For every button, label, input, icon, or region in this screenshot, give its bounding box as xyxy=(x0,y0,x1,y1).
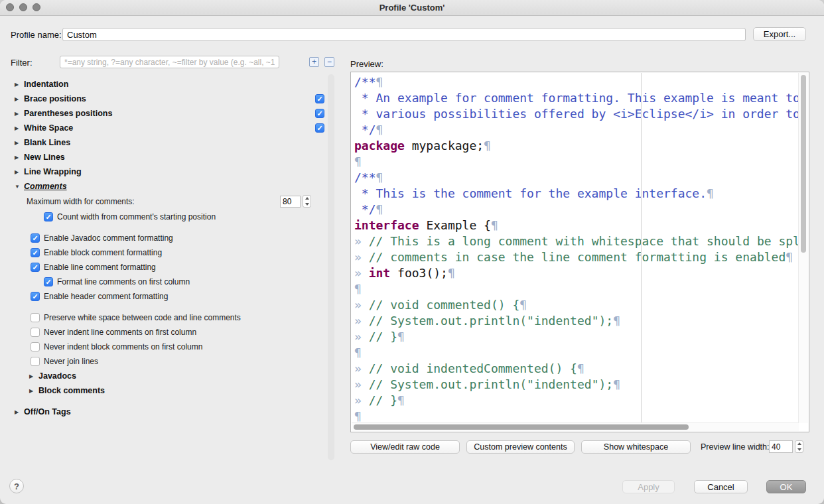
tree-group-label: Block comments xyxy=(38,386,105,395)
checkbox-checked[interactable]: ✓ xyxy=(44,277,53,286)
checkbox-unchecked[interactable] xyxy=(31,313,40,322)
horizontal-scrollbar[interactable] xyxy=(352,422,799,431)
checkbox-checked[interactable]: ✓ xyxy=(44,212,53,221)
expand-all-icon[interactable]: + xyxy=(309,57,319,67)
apply-button: Apply xyxy=(622,480,675,493)
checkmark-icon: ✓ xyxy=(316,94,324,102)
checkbox-unchecked[interactable] xyxy=(31,328,40,337)
checkbox-checked[interactable]: ✓ xyxy=(31,233,40,243)
checkbox-label: Count width from comment's starting posi… xyxy=(57,212,216,221)
checkbox-label: Enable block comment formatting xyxy=(44,248,162,257)
stepper-up-icon[interactable] xyxy=(795,441,803,447)
tree-row-enable-block-comment-formatting[interactable]: ✓Enable block comment formatting xyxy=(8,245,326,260)
disclosure-collapsed-icon[interactable]: ▶ xyxy=(29,384,38,399)
disclosure-collapsed-icon[interactable]: ▶ xyxy=(15,107,24,121)
profile-name-input[interactable] xyxy=(62,28,746,41)
checkbox-checked[interactable]: ✓ xyxy=(31,263,40,272)
stepper-up-icon[interactable] xyxy=(303,196,310,202)
disclosure-collapsed-icon[interactable]: ▶ xyxy=(15,92,24,107)
disclosure-collapsed-icon[interactable]: ▶ xyxy=(15,78,24,92)
close-button[interactable] xyxy=(6,3,14,11)
filter-input[interactable] xyxy=(60,56,279,68)
disclosure-collapsed-icon[interactable]: ▶ xyxy=(15,151,24,165)
disclosure-collapsed-icon[interactable]: ▶ xyxy=(15,121,24,136)
tree-row-parentheses-positions[interactable]: ▶Parentheses positions✓ xyxy=(8,106,326,121)
tree-group-label: Blank Lines xyxy=(24,138,70,147)
tree-row-never-join-lines[interactable]: Never join lines xyxy=(8,354,326,369)
checkbox-label: Enable line comment formatting xyxy=(44,263,156,272)
checkmark-icon: ✓ xyxy=(44,212,52,220)
minimize-button[interactable] xyxy=(19,3,27,11)
options-tree: ▶Indentation▶Brace positions✓▶Parenthese… xyxy=(8,77,326,419)
checkbox-label: Enable header comment formatting xyxy=(44,292,168,301)
max-width-input[interactable] xyxy=(280,196,301,208)
tree-row-indentation[interactable]: ▶Indentation xyxy=(8,77,326,92)
code-line: * various possibilities offered by <i>Ec… xyxy=(354,106,799,122)
vertical-scrollbar[interactable] xyxy=(798,73,808,423)
export-button[interactable]: Export... xyxy=(753,27,806,41)
tree-row-off-on-tags[interactable]: ▶Off/On Tags xyxy=(8,405,326,419)
tree-row-line-wrapping[interactable]: ▶Line Wrapping xyxy=(8,164,326,179)
tree-row-blank-lines[interactable]: ▶Blank Lines xyxy=(8,135,326,150)
checkmark-icon: ✓ xyxy=(316,109,324,117)
view-edit-raw-code-button[interactable]: View/edit raw code xyxy=(350,440,460,454)
collapse-all-icon[interactable]: − xyxy=(324,57,334,67)
preview-line-width-stepper[interactable] xyxy=(795,440,803,453)
show-whitespace-button[interactable]: Show whitespace xyxy=(581,440,691,454)
tree-row-enable-javadoc-comment-formatting[interactable]: ✓Enable Javadoc comment formatting xyxy=(8,231,326,245)
zoom-button[interactable] xyxy=(33,3,40,11)
stepper-down-icon[interactable] xyxy=(795,447,803,453)
tree-row-brace-positions[interactable]: ▶Brace positions✓ xyxy=(8,92,326,106)
max-width-stepper[interactable] xyxy=(303,195,311,208)
help-button[interactable]: ? xyxy=(9,479,24,493)
tree-row-preserve-white-space-between-code-and-line-comments[interactable]: Preserve white space between code and li… xyxy=(8,310,326,325)
modify-all-checkbox[interactable]: ✓ xyxy=(315,109,324,118)
code-line: */¶ xyxy=(354,122,799,138)
code-line: package mypackage;¶ xyxy=(354,138,799,154)
checkbox-unchecked[interactable] xyxy=(31,357,40,366)
checkbox-checked[interactable]: ✓ xyxy=(31,292,40,301)
code-line: » // System.out.println("indented");¶ xyxy=(354,377,799,393)
checkmark-icon: ✓ xyxy=(44,277,52,285)
horizontal-scrollbar-thumb[interactable] xyxy=(354,424,689,430)
modify-all-checkbox[interactable]: ✓ xyxy=(315,94,324,103)
profile-dialog: Profile 'Custom' Profile name: Export...… xyxy=(0,0,824,504)
disclosure-expanded-icon[interactable]: ▼ xyxy=(15,180,24,194)
tree-row-maximum-width-for-comments[interactable]: Maximum width for comments: xyxy=(8,194,326,210)
tree-row-enable-header-comment-formatting[interactable]: ✓Enable header comment formatting xyxy=(8,289,326,304)
tree-row-format-line-comments-on-first-column[interactable]: ✓Format line comments on first column xyxy=(8,275,326,289)
checkbox-label: Never indent block comments on first col… xyxy=(44,342,202,351)
disclosure-collapsed-icon[interactable]: ▶ xyxy=(15,165,24,180)
code-line: » // System.out.println("indented");¶ xyxy=(354,313,799,329)
checkbox-unchecked[interactable] xyxy=(31,342,40,351)
modify-all-checkbox[interactable]: ✓ xyxy=(315,123,324,133)
preview-line-width-input[interactable] xyxy=(769,440,793,453)
disclosure-collapsed-icon[interactable]: ▶ xyxy=(15,136,24,151)
tree-row-block-comments[interactable]: ▶Block comments xyxy=(8,383,326,398)
checkmark-icon: ✓ xyxy=(31,263,39,271)
tree-row-count-width-from-comment-s-starting-position[interactable]: ✓Count width from comment's starting pos… xyxy=(8,210,326,224)
preview-label: Preview: xyxy=(350,59,383,69)
tree-row-white-space[interactable]: ▶White Space✓ xyxy=(8,121,326,135)
stepper-down-icon[interactable] xyxy=(303,202,310,208)
tree-row-new-lines[interactable]: ▶New Lines xyxy=(8,150,326,164)
ok-button[interactable]: OK xyxy=(766,480,806,493)
cancel-button[interactable]: Cancel xyxy=(694,480,748,493)
disclosure-collapsed-icon[interactable]: ▶ xyxy=(15,405,24,420)
checkbox-label: Never join lines xyxy=(44,357,98,366)
left-panel-scrollbar[interactable] xyxy=(328,74,334,460)
tree-row-javadocs[interactable]: ▶Javadocs xyxy=(8,369,326,383)
checkbox-label: Preserve white space between code and li… xyxy=(44,313,241,322)
tree-row-enable-line-comment-formatting[interactable]: ✓Enable line comment formatting xyxy=(8,260,326,275)
code-line: » // void indentedCommented() {¶ xyxy=(354,361,799,377)
disclosure-collapsed-icon[interactable]: ▶ xyxy=(29,369,38,384)
custom-preview-contents-button[interactable]: Custom preview contents xyxy=(466,440,575,454)
tree-row-comments[interactable]: ▼Comments xyxy=(8,179,326,194)
tree-row-never-indent-block-comments-on-first-column[interactable]: Never indent block comments on first col… xyxy=(8,340,326,354)
preview-line-width-label: Preview line width: xyxy=(701,442,770,452)
vertical-scrollbar-thumb[interactable] xyxy=(801,75,806,253)
tree-row-never-indent-line-comments-on-first-column[interactable]: Never indent line comments on first colu… xyxy=(8,325,326,340)
code-line: /**¶ xyxy=(354,170,799,186)
code-preview[interactable]: /**¶ * An example for comment formatting… xyxy=(350,72,809,432)
checkbox-checked[interactable]: ✓ xyxy=(31,248,40,257)
